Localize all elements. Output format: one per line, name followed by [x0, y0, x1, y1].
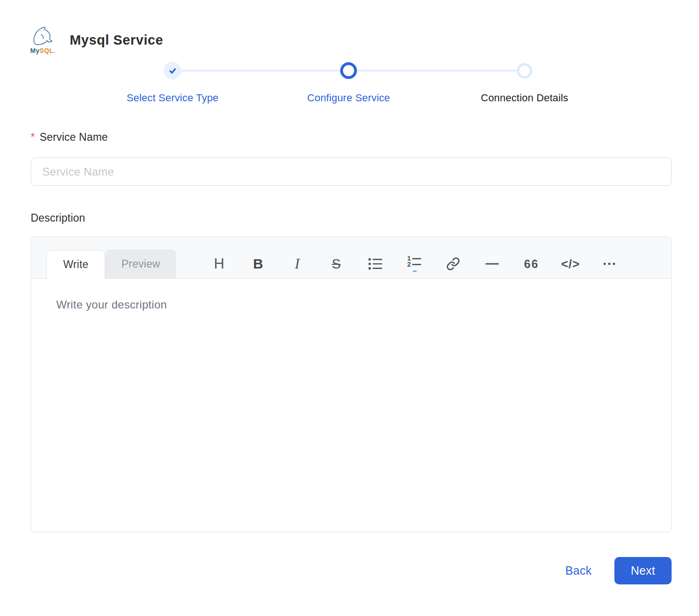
- italic-icon[interactable]: I: [277, 249, 317, 278]
- mysql-dolphin-icon: [30, 26, 56, 47]
- step-2-column: [261, 61, 437, 80]
- footer-actions: Back Next: [31, 557, 672, 584]
- step-3-indicator[interactable]: [517, 63, 532, 79]
- stepper-track: [85, 61, 613, 80]
- mysql-wordmark: MySQL.: [30, 47, 55, 54]
- step-3-column: [436, 61, 613, 80]
- tab-write[interactable]: Write: [46, 250, 105, 279]
- step-1-indicator[interactable]: [164, 62, 181, 79]
- unordered-list-icon[interactable]: [356, 249, 395, 278]
- service-name-label-text: Service Name: [40, 131, 108, 144]
- next-button[interactable]: Next: [614, 557, 672, 584]
- ordered-list-icon[interactable]: 1 2: [395, 249, 434, 278]
- step-2-indicator[interactable]: [340, 62, 357, 79]
- tab-preview[interactable]: Preview: [105, 249, 176, 278]
- step-label-connection-details[interactable]: Connection Details: [436, 92, 613, 104]
- svg-text:2: 2: [407, 261, 411, 268]
- editor-toolbar: H B I S: [199, 249, 629, 278]
- step-label-configure-service[interactable]: Configure Service: [261, 92, 437, 104]
- service-name-field: * Service Name: [31, 131, 672, 186]
- header: MySQL. Mysql Service: [0, 0, 699, 54]
- editor-header: Write Preview H B I S: [31, 237, 671, 279]
- service-name-label: * Service Name: [31, 131, 672, 144]
- description-label: Description: [31, 212, 672, 224]
- quote-icon[interactable]: 66: [512, 249, 551, 278]
- mysql-service-wizard: MySQL. Mysql Service: [0, 0, 699, 584]
- mysql-logo: MySQL.: [29, 26, 57, 54]
- check-icon: [168, 66, 177, 75]
- strikethrough-icon[interactable]: S: [317, 249, 356, 278]
- step-1-column: [85, 61, 261, 80]
- stepper: Select Service Type Configure Service Co…: [85, 61, 613, 104]
- description-field: Description Write Preview H B I S: [31, 212, 672, 532]
- required-asterisk: *: [31, 131, 35, 144]
- form-content: * Service Name Description Write Preview…: [0, 131, 699, 584]
- service-name-input[interactable]: [31, 157, 672, 186]
- more-icon[interactable]: [590, 249, 629, 278]
- code-icon[interactable]: </>: [551, 249, 590, 278]
- link-icon[interactable]: [434, 249, 473, 278]
- back-button[interactable]: Back: [565, 564, 592, 577]
- editor-body: [31, 279, 671, 532]
- heading-icon[interactable]: H: [199, 249, 238, 278]
- mysql-wordmark-my: My: [30, 47, 40, 54]
- markdown-editor: Write Preview H B I S: [31, 236, 672, 532]
- bold-icon[interactable]: B: [238, 249, 277, 278]
- mysql-wordmark-sql: SQL.: [40, 47, 55, 54]
- step-label-select-service-type[interactable]: Select Service Type: [85, 92, 261, 104]
- horizontal-rule-icon[interactable]: [473, 249, 512, 278]
- description-textarea[interactable]: [55, 297, 653, 532]
- page-title: Mysql Service: [70, 33, 163, 48]
